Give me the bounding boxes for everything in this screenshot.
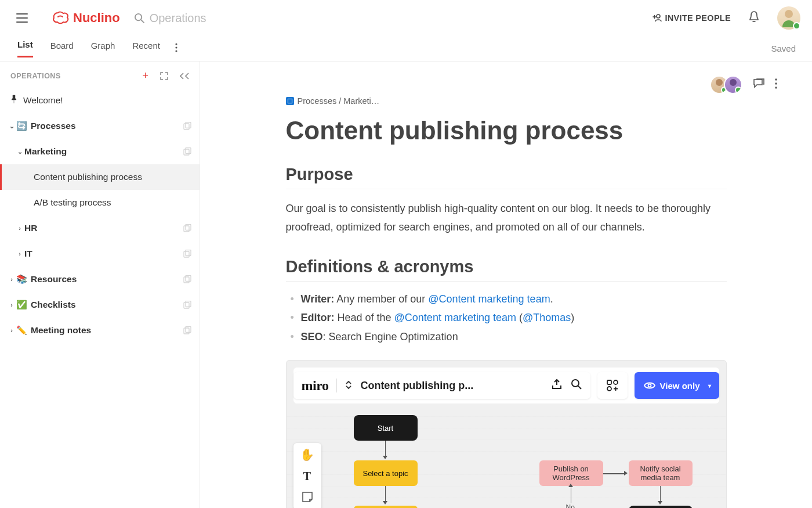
expand-icon[interactable]	[160, 72, 168, 80]
eye-icon	[644, 381, 655, 390]
duplicate-icon[interactable]	[183, 122, 191, 130]
node-notify-social[interactable]: Notify social media team	[629, 460, 693, 486]
invite-people-button[interactable]: INVITE PEOPLE	[652, 13, 731, 23]
breadcrumb[interactable]: Processes / Marketi…	[286, 96, 727, 106]
sidebar: OPERATIONS + Welcome! ⌄ 🔄 Processes ⌄ Ma…	[0, 62, 200, 508]
more-options-icon[interactable]	[775, 78, 777, 91]
chevron-right-icon: ›	[8, 327, 15, 334]
definition-editor: Editor: Head of the @Content marketing t…	[286, 308, 727, 327]
svg-rect-7	[186, 123, 191, 128]
mention-content-team[interactable]: @Content marketing team	[428, 293, 550, 305]
search-board-icon[interactable]	[571, 379, 582, 392]
svg-point-4	[175, 46, 177, 48]
duplicate-icon[interactable]	[183, 250, 191, 258]
sidebar-item-resources[interactable]: › 📚 Resources	[0, 266, 200, 292]
text-tool-icon[interactable]: T	[303, 470, 311, 483]
check-icon: ✅	[16, 300, 27, 310]
svg-point-20	[775, 78, 777, 80]
user-avatar[interactable]	[777, 6, 800, 30]
menu-icon[interactable]	[16, 13, 28, 23]
collaborator-avatars[interactable]	[710, 75, 742, 94]
tab-list[interactable]: List	[17, 39, 33, 57]
sidebar-item-checklists[interactable]: › ✅ Checklists	[0, 292, 200, 318]
svg-point-27	[607, 387, 611, 391]
document-area: Processes / Marketi… Content publishing …	[200, 62, 812, 508]
duplicate-icon[interactable]	[183, 147, 191, 156]
chevron-right-icon: ›	[16, 250, 23, 257]
svg-point-0	[135, 13, 142, 20]
svg-rect-14	[184, 277, 189, 283]
miro-logo[interactable]: miro	[302, 378, 329, 394]
tab-recent[interactable]: Recent	[132, 41, 160, 57]
collapse-icon[interactable]	[180, 73, 189, 80]
node-select-topic[interactable]: Select a topic	[354, 460, 418, 486]
duplicate-icon[interactable]	[183, 326, 191, 334]
section-definitions: Definitions & acronyms	[286, 257, 727, 282]
mention-thomas[interactable]: @Thomas	[523, 312, 571, 323]
page-title: Content publishing process	[286, 116, 727, 145]
svg-rect-9	[186, 148, 191, 154]
svg-rect-15	[186, 276, 191, 282]
svg-rect-25	[607, 380, 611, 384]
expand-board-icon[interactable]	[345, 381, 352, 391]
definition-seo: SEO: Search Engine Optimization	[286, 327, 727, 346]
miro-canvas[interactable]: ✋ T Start Select a topic Write the draft…	[287, 410, 726, 508]
top-bar: Nuclino Operations INVITE PEOPLE	[0, 0, 812, 36]
view-tabs: List Board Graph Recent Saved	[0, 36, 812, 62]
invite-icon	[652, 14, 662, 22]
sidebar-item-meeting-notes[interactable]: › ✏️ Meeting notes	[0, 318, 200, 343]
svg-line-24	[578, 386, 581, 389]
definitions-list: Writer: Any member of our @Content marke…	[286, 290, 727, 346]
pencil-icon: ✏️	[16, 325, 27, 336]
svg-point-26	[614, 380, 618, 384]
add-item-icon[interactable]: +	[142, 70, 148, 82]
svg-rect-19	[186, 327, 191, 333]
sticky-note-icon[interactable]	[302, 491, 313, 505]
export-icon[interactable]	[551, 379, 563, 392]
hand-tool-icon[interactable]: ✋	[300, 448, 314, 462]
sidebar-heading: OPERATIONS	[10, 72, 61, 80]
sidebar-item-welcome[interactable]: Welcome!	[0, 88, 200, 113]
svg-point-23	[572, 380, 579, 387]
svg-rect-18	[184, 328, 189, 334]
node-write-draft[interactable]: Write the draft	[354, 506, 418, 508]
svg-rect-12	[184, 251, 189, 257]
definition-writer: Writer: Any member of our @Content marke…	[286, 290, 727, 308]
node-publish-wordpress[interactable]: Publish on WordPress	[539, 460, 603, 486]
sidebar-item-marketing[interactable]: ⌄ Marketing	[0, 139, 200, 164]
node-schedule-posts[interactable]: Schedule posts	[629, 506, 693, 508]
tab-graph[interactable]: Graph	[91, 41, 115, 57]
collaborator-avatar[interactable]	[724, 75, 742, 94]
miro-toolbox: ✋ T	[293, 443, 321, 508]
view-only-button[interactable]: View only ▾	[635, 372, 719, 399]
sidebar-item-processes[interactable]: ⌄ 🔄 Processes	[0, 113, 200, 139]
svg-rect-17	[186, 301, 191, 307]
node-start[interactable]: Start	[354, 415, 418, 441]
svg-rect-6	[184, 124, 189, 129]
sidebar-item-hr[interactable]: › HR	[0, 215, 200, 241]
duplicate-icon[interactable]	[183, 301, 191, 309]
brain-icon	[52, 11, 70, 25]
apps-icon[interactable]	[597, 372, 628, 399]
svg-point-3	[175, 43, 177, 45]
sidebar-item-ab-testing[interactable]: A/B testing process	[0, 190, 200, 215]
sidebar-item-it[interactable]: › IT	[0, 241, 200, 266]
saved-status: Saved	[771, 44, 796, 53]
duplicate-icon[interactable]	[183, 224, 191, 232]
edge-label-no: No	[565, 503, 576, 508]
comments-icon[interactable]	[753, 78, 764, 91]
tab-board[interactable]: Board	[50, 41, 74, 57]
cycle-icon: 🔄	[16, 121, 27, 131]
brand-logo[interactable]: Nuclino	[52, 10, 120, 26]
purpose-text: Our goal is to consistently publish high…	[286, 200, 727, 236]
chevron-right-icon: ›	[8, 301, 15, 308]
notifications-icon[interactable]	[748, 10, 760, 26]
sidebar-item-content-publishing[interactable]: Content publishing process	[0, 164, 200, 190]
svg-rect-8	[184, 149, 189, 155]
tab-more-icon[interactable]	[175, 43, 177, 55]
pin-icon	[10, 95, 17, 106]
duplicate-icon[interactable]	[183, 275, 191, 283]
search-box[interactable]: Operations	[134, 12, 206, 25]
mention-content-team[interactable]: @Content marketing team	[394, 312, 516, 323]
search-icon	[134, 13, 145, 24]
